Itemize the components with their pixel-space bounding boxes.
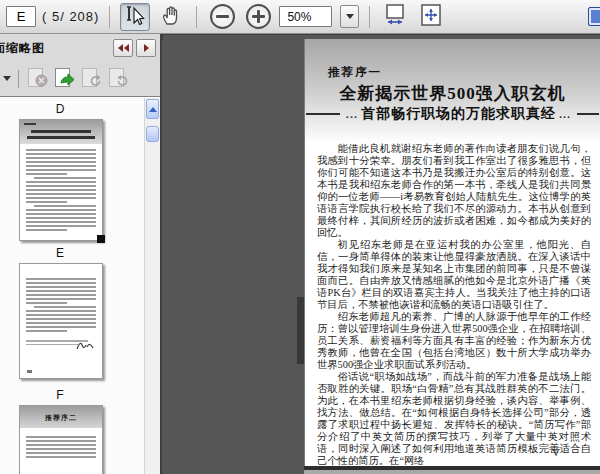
page-body-text: 能借此良机就谢绍东老师的著作向读者朋友们说几句，我感到十分荣幸。朋友们看到我工作… xyxy=(317,143,591,467)
thumbnail-header-text: 推荐序二 xyxy=(45,414,77,421)
thumbnail-scrollbar[interactable] xyxy=(144,98,160,474)
page-number-input[interactable] xyxy=(6,6,36,27)
thumbnail-page-e[interactable] xyxy=(19,263,103,379)
page-bottom-gap xyxy=(304,470,600,474)
fit-page-button[interactable] xyxy=(416,3,446,31)
triangle-up-icon xyxy=(149,107,157,112)
main-toolbar: ( 5/ 208) 50% xyxy=(0,0,600,34)
page-header-band: 推荐序一 全新揭示世界500强入职玄机 ... 首部畅行职场的万能求职真经 ..… xyxy=(305,39,600,141)
chevron-down-icon xyxy=(346,14,354,19)
signature-mark xyxy=(75,338,95,356)
panel-forward-button[interactable] xyxy=(136,39,156,57)
rotate-cw-icon xyxy=(116,73,129,91)
title-dots-left: ... xyxy=(346,108,358,120)
toolbar-separator xyxy=(196,6,197,28)
document-page[interactable]: 推荐序一 全新揭示世界500强入职玄机 ... 首部畅行职场的万能求职真经 ..… xyxy=(304,39,600,467)
paragraph: 俗话说“职场如战场”，而战斗前的军力准备是战场上能否取胜的关键。职场“白骨精”总… xyxy=(317,371,591,467)
title-rule-right xyxy=(577,113,599,115)
thumbnail-page-d[interactable] xyxy=(19,119,103,241)
zoom-in-icon xyxy=(246,4,271,29)
double-left-triangle-icon xyxy=(124,44,129,52)
thumbnail-list: D E F xyxy=(0,96,160,474)
zoom-out-icon xyxy=(210,4,235,29)
thumbnails-toolbar xyxy=(0,62,160,95)
extract-page-button[interactable] xyxy=(53,67,75,91)
panel-back-button[interactable] xyxy=(113,39,133,57)
zoom-out-button[interactable] xyxy=(207,3,237,31)
page-title-line2-text: 首部畅行职场的万能求职真经 xyxy=(361,105,556,123)
page-title-line1: 全新揭示世界500强入职玄机 xyxy=(305,82,600,105)
page-title-line2: ... 首部畅行职场的万能求职真经 ... xyxy=(305,105,600,123)
scrollbar-thumb[interactable] xyxy=(146,126,159,142)
thumbnail-column: D E F xyxy=(0,97,146,474)
select-tool-button[interactable] xyxy=(120,3,150,31)
clipped-toolbar-icon[interactable] xyxy=(588,7,600,26)
hand-icon xyxy=(160,3,182,31)
thumbnails-panel: 面缩略图 xyxy=(0,34,162,474)
page-count-indicator: ( 5/ 208) xyxy=(42,9,99,24)
pdf-reader-window: { "toolbar": { "page_label_value": "E", … xyxy=(0,0,600,474)
thumbnail-label: F xyxy=(0,388,120,402)
paragraph: 绍东老师超凡的素养、广博的人脉源于他早年的工作经历：曾以管理培训生身份进入世界5… xyxy=(317,311,591,371)
toolbar-separator xyxy=(109,6,110,28)
delete-page-button[interactable] xyxy=(26,67,48,91)
thumbnails-panel-header: 面缩略图 xyxy=(0,34,160,62)
zoom-dropdown-button[interactable] xyxy=(340,5,359,28)
thumbnail-text-lines xyxy=(20,264,102,338)
hand-tool-button[interactable] xyxy=(156,3,186,31)
paragraph: 初见绍东老师是在亚运村我的办公室里，他阳光、自信，一身简单得体的装束让他显得豪放… xyxy=(317,239,591,311)
scrollbar-up-button[interactable] xyxy=(146,99,159,119)
select-text-icon xyxy=(125,4,145,30)
document-scrollbar-thumb[interactable] xyxy=(297,297,304,364)
thumbnail-label: E xyxy=(0,246,120,260)
zoom-in-button[interactable] xyxy=(243,3,273,31)
rotate-left-button[interactable] xyxy=(80,67,102,91)
title-dots-right: ... xyxy=(559,108,571,120)
right-triangle-icon xyxy=(144,44,149,52)
thumbnail-label: D xyxy=(0,102,120,116)
rotate-ccw-icon xyxy=(89,73,102,91)
thumbnail-header-band: 推荐序二 xyxy=(20,406,102,428)
thumbnail-text-lines xyxy=(20,144,102,237)
toolbar-separator xyxy=(18,70,19,88)
fit-page-icon xyxy=(419,3,443,31)
thumbnail-pagenumber-mark xyxy=(27,370,32,373)
options-dropdown-icon[interactable] xyxy=(3,76,11,81)
paragraph: 能借此良机就谢绍东老师的著作向读者朋友们说几句，我感到十分荣幸。朋友们看到我工作… xyxy=(317,143,591,239)
panel-title: 面缩略图 xyxy=(0,40,45,57)
fit-width-button[interactable] xyxy=(380,3,410,31)
thumbnail-viewbox-handle[interactable] xyxy=(97,235,105,243)
thumbnail-text-lines xyxy=(20,428,102,464)
double-left-triangle-icon xyxy=(118,44,123,52)
delete-x-icon xyxy=(35,73,48,91)
rotate-right-button[interactable] xyxy=(107,67,129,91)
green-arrow-icon xyxy=(60,73,75,91)
zoom-level-field[interactable]: 50% xyxy=(279,6,332,27)
fit-width-icon xyxy=(383,3,407,31)
title-rule-left xyxy=(306,113,340,115)
thumbnail-footnote-line xyxy=(26,344,78,346)
section-label: 推荐序一 xyxy=(328,65,382,80)
page-number: V xyxy=(552,446,560,458)
toolbar-separator xyxy=(369,6,370,28)
thumbnail-page-f[interactable]: 推荐序二 xyxy=(19,405,103,474)
thumbnail-header-band xyxy=(20,120,102,144)
document-viewport: 推荐序一 全新揭示世界500强入职玄机 ... 首部畅行职场的万能求职真经 ..… xyxy=(163,35,600,474)
